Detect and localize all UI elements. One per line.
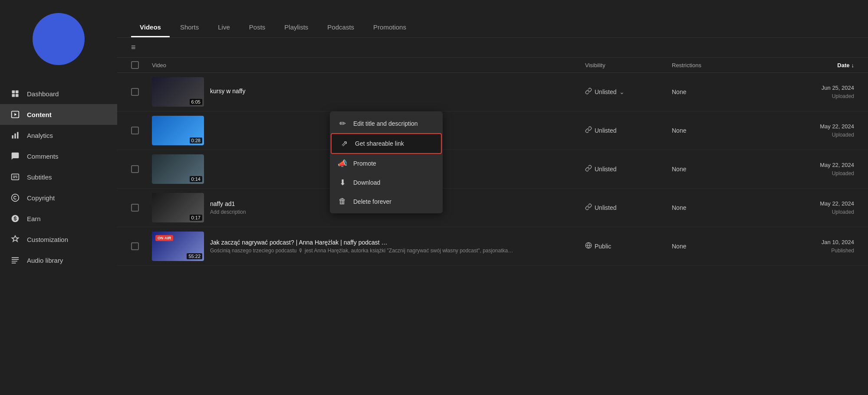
date-cell: May 22, 2024 Uploaded (767, 122, 854, 139)
row-checkbox[interactable] (131, 127, 139, 134)
sidebar-label-dashboard: Dashboard (27, 90, 59, 98)
select-all-checkbox[interactable] (131, 61, 139, 69)
filter-bar: ≡ (117, 38, 868, 58)
table-row: 0:28 Unlisted None May 22, 2024 Uploaded… (117, 111, 868, 150)
video-thumbnail: ON AIR 55:22 (152, 232, 204, 261)
audio_library-icon (10, 255, 20, 265)
filter-icon: ≡ (131, 43, 136, 52)
tab-posts[interactable]: Posts (240, 18, 274, 37)
on-air-badge: ON AIR (155, 235, 173, 241)
sidebar-item-earn[interactable]: Earn (0, 208, 117, 229)
tab-playlists[interactable]: Playlists (276, 18, 317, 37)
tab-shorts[interactable]: Shorts (171, 18, 207, 37)
visibility-cell: Unlisted (585, 165, 672, 173)
visibility-label: Unlisted (595, 88, 617, 95)
video-title: kursy w naffy (210, 88, 585, 95)
row-checkbox[interactable] (131, 204, 139, 212)
row-checkbox-cell (131, 204, 152, 212)
date-value: May 22, 2024 (767, 122, 854, 131)
svg-rect-14 (12, 257, 19, 258)
tabs-bar: VideosShortsLivePostsPlaylistsPodcastsPr… (131, 18, 854, 37)
tab-live[interactable]: Live (209, 18, 239, 37)
download-menu-label: Download (353, 179, 380, 186)
tab-podcasts[interactable]: Podcasts (319, 18, 363, 37)
video-duration: 6:05 (190, 99, 202, 105)
visibility-cell: Public (585, 242, 672, 251)
sidebar-item-analytics[interactable]: Analytics (0, 125, 117, 146)
sidebar-item-dashboard[interactable]: Dashboard (0, 83, 117, 104)
th-date: Date ↓ (767, 62, 854, 69)
row-checkbox-cell (131, 127, 152, 134)
menu-item-delete[interactable]: 🗑 Delete forever (330, 192, 443, 211)
channel-avatar (33, 13, 85, 65)
sidebar-label-customization: Customization (27, 236, 68, 243)
th-restrictions: Restrictions (672, 62, 767, 69)
row-checkbox[interactable] (131, 165, 139, 173)
share-menu-icon: ⇗ (339, 139, 349, 148)
restrictions-cell: None (672, 204, 767, 211)
video-info: Jak zacząć nagrywać podcast? | Anna Harę… (210, 239, 585, 254)
sidebar-item-subtitles[interactable]: Subtitles (0, 166, 117, 187)
date-status: Uploaded (767, 170, 854, 177)
sidebar-item-content[interactable]: Content (0, 104, 117, 125)
edit-menu-icon: ✏ (338, 119, 347, 128)
svg-marker-5 (14, 113, 16, 116)
video-thumbnail: 0:14 (152, 154, 204, 184)
sidebar-item-comments[interactable]: Comments (0, 146, 117, 166)
main-header: VideosShortsLivePostsPlaylistsPodcastsPr… (117, 0, 868, 38)
date-cell: May 22, 2024 Uploaded (767, 199, 854, 216)
video-duration: 0:28 (190, 137, 202, 144)
date-value: May 22, 2024 (767, 199, 854, 208)
video-thumbnail: 0:17 (152, 193, 204, 222)
menu-item-share[interactable]: ⇗ Get shareable link (331, 133, 442, 154)
restrictions-cell: None (672, 166, 767, 173)
svg-rect-0 (12, 91, 15, 94)
date-value: Jan 10, 2024 (767, 238, 854, 247)
restrictions-cell: None (672, 243, 767, 250)
promote-menu-label: Promote (353, 160, 376, 167)
main-content: VideosShortsLivePostsPlaylistsPodcastsPr… (117, 0, 868, 395)
menu-item-promote[interactable]: 📣 Promote (330, 154, 443, 173)
sidebar-label-content: Content (27, 111, 52, 118)
tab-promotions[interactable]: Promotions (365, 18, 415, 37)
video-thumbnail: 0:28 (152, 116, 204, 145)
visibility-icon (585, 88, 592, 96)
visibility-dropdown[interactable]: ⌄ (619, 88, 625, 95)
promote-menu-icon: 📣 (338, 159, 347, 168)
video-cell: 6:05 kursy w naffy (152, 77, 585, 107)
th-visibility: Visibility (585, 62, 672, 69)
visibility-icon (585, 126, 592, 135)
visibility-cell: Unlisted (585, 203, 672, 212)
download-menu-icon: ⬇ (338, 178, 347, 187)
sidebar-label-earn: Earn (27, 215, 41, 222)
tab-videos[interactable]: Videos (131, 18, 170, 37)
row-checkbox[interactable] (131, 88, 139, 96)
date-value: Jun 25, 2024 (767, 84, 854, 92)
sidebar-label-audio_library: Audio library (27, 257, 63, 264)
video-duration: 0:14 (190, 176, 202, 182)
sidebar-item-audio_library[interactable]: Audio library (0, 250, 117, 271)
svg-rect-7 (14, 134, 16, 139)
restrictions-cell: None (672, 127, 767, 134)
video-cell: ON AIR 55:22 Jak zacząć nagrywać podcast… (152, 232, 585, 261)
visibility-label: Unlisted (595, 166, 617, 173)
earn-icon (10, 214, 20, 223)
row-checkbox[interactable] (131, 242, 139, 250)
svg-rect-17 (12, 263, 16, 264)
sidebar-item-copyright[interactable]: Copyright (0, 187, 117, 208)
share-menu-label: Get shareable link (355, 140, 404, 147)
sidebar-label-copyright: Copyright (27, 194, 55, 202)
row-checkbox-cell (131, 242, 152, 250)
analytics-icon (10, 131, 20, 140)
restrictions-cell: None (672, 88, 767, 95)
video-description: Gościnią naszego trzeciego podcastu 🎙 je… (210, 248, 585, 254)
dashboard-icon (10, 89, 20, 98)
sidebar-nav: Dashboard Content Analytics Comments Sub… (0, 83, 117, 271)
visibility-cell: Unlisted (585, 126, 672, 135)
menu-item-download[interactable]: ⬇ Download (330, 173, 443, 192)
menu-item-edit[interactable]: ✏ Edit title and description (330, 114, 443, 133)
th-video: Video (152, 62, 585, 69)
table-row: 6:05 kursy w naffy Unlisted ⌄ None Jun 2… (117, 73, 868, 111)
video-info: kursy w naffy (210, 88, 585, 96)
sidebar-item-customization[interactable]: Customization (0, 229, 117, 250)
